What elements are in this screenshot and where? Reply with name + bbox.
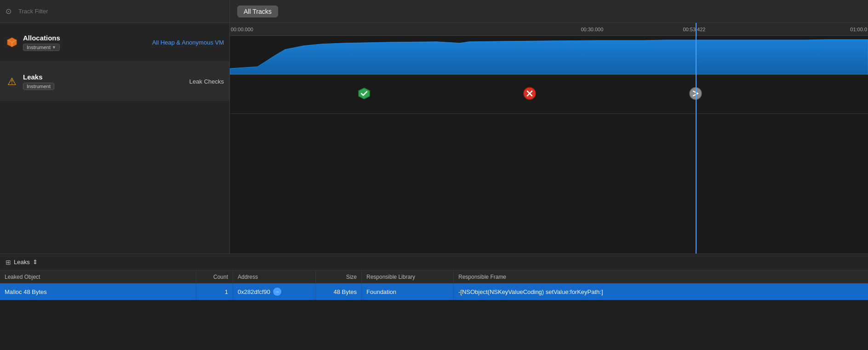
cube-icon [6,36,18,49]
allocations-badge[interactable]: Instrument ▼ [23,44,60,51]
td-leaked-object: Malloc 48 Bytes [0,283,196,300]
track-filter-input[interactable] [18,8,224,15]
leaks-badge[interactable]: Instrument [23,83,54,90]
grid-icon: ⊞ [6,259,11,266]
td-responsible-frame: -[NSObject(NSKeyValueCoding) setValue:fo… [454,283,868,300]
leaks-row[interactable]: ⚠ Leaks Instrument Leak Checks [0,62,229,101]
leaks-name: Leaks [23,73,182,81]
leaks-dropdown-label: Leaks [14,259,30,265]
track-filter-area: ⊙ [0,0,230,23]
ruler-label-2: 00:53.422 [683,27,705,32]
leak-check-error [523,87,536,102]
td-responsible-library: Foundation [362,283,454,300]
table-row[interactable]: Malloc 48 Bytes 1 0x282dfcf90 → 48 Bytes… [0,283,868,300]
svg-marker-2 [359,88,370,99]
empty-track [230,114,868,254]
leaks-track [230,75,868,114]
warning-icon: ⚠ [6,75,18,88]
all-tracks-button[interactable]: All Tracks [237,6,278,17]
filter-icon: ⊙ [6,7,15,16]
left-panel: Allocations Instrument ▼ All Heap & Anon… [0,23,230,254]
table-header: Leaked Object Count Address Size Respons… [0,271,868,283]
main-content: Allocations Instrument ▼ All Heap & Anon… [0,23,868,254]
address-arrow-icon[interactable]: → [273,288,281,296]
top-bar: ⊙ All Tracks [0,0,868,23]
leaks-info: Leaks Instrument [23,73,182,90]
ruler-label-0: 00:00.000 [231,27,253,32]
bottom-toolbar: ⊞ Leaks ⇕ [0,254,868,271]
td-size: 48 Bytes [316,283,362,300]
badge-arrow: ▼ [52,45,56,50]
ruler-label-3: 01:00.0 [850,27,867,32]
leaks-dropdown-button[interactable]: ⊞ Leaks ⇕ [6,259,38,266]
th-count: Count [196,271,233,283]
allocations-info: Allocations Instrument ▼ [23,34,145,51]
timeline-ruler: 00:00.000 00:30.000 00:53.422 01:00.0 [230,23,868,36]
td-count: 1 [196,283,233,300]
bottom-panel: ⊞ Leaks ⇕ Leaked Object Count Address Si… [0,254,868,350]
th-size: Size [316,271,362,283]
allocations-name: Allocations [23,34,145,42]
allocations-subtitle: All Heap & Anonymous VM [152,39,224,46]
th-responsible-frame: Responsible Frame [454,271,868,283]
td-address: 0x282dfcf90 → [233,283,316,300]
dropdown-arrow: ⇕ [33,259,38,265]
ruler-label-1: 00:30.000 [581,27,603,32]
allocations-row[interactable]: Allocations Instrument ▼ All Heap & Anon… [0,23,229,62]
th-address: Address [233,271,316,283]
leaks-subtitle: Leak Checks [189,78,224,85]
th-responsible-library: Responsible Library [362,271,454,283]
th-leaked-object: Leaked Object [0,271,196,283]
playhead-line [696,23,697,254]
timeline-panel: 00:00.000 00:30.000 00:53.422 01:00.0 [230,23,868,254]
leak-check-ok [358,87,371,102]
allocations-track [230,36,868,75]
